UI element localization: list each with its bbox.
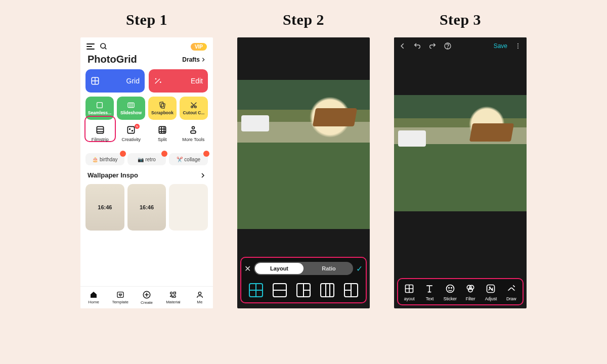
tool-label: Adjust: [485, 296, 497, 301]
svg-point-20: [132, 130, 133, 131]
grid-button-label: Grid: [126, 77, 140, 85]
tool-creativity[interactable]: N Creativity: [116, 125, 147, 142]
heart-icon: [116, 291, 124, 299]
svg-point-34: [174, 295, 176, 297]
step-title-1: Step 1: [126, 11, 167, 28]
tool-label: Draw: [506, 296, 516, 301]
help-icon[interactable]: [444, 42, 452, 50]
check-icon[interactable]: ✓: [356, 264, 363, 274]
seg-ratio[interactable]: Ratio: [305, 262, 353, 275]
drafts-link[interactable]: Drafts: [182, 56, 206, 63]
layout-horizontal-icon[interactable]: [273, 283, 287, 297]
editing-canvas[interactable]: [237, 80, 370, 229]
layout-2x2-icon[interactable]: [249, 283, 263, 297]
svg-point-37: [448, 48, 448, 49]
layout-icon: [404, 284, 414, 294]
layout-mixed1-icon[interactable]: [296, 283, 311, 297]
home-icon: [90, 291, 98, 299]
seamless-icon: [96, 101, 104, 109]
tab-material[interactable]: Material: [160, 287, 186, 308]
layout-mixed2-icon[interactable]: [344, 283, 358, 297]
grid-button[interactable]: Grid: [85, 69, 145, 93]
draw-icon: [506, 284, 516, 294]
cutout-icon: [190, 101, 198, 109]
user-icon: [196, 291, 204, 299]
tool-slideshow[interactable]: Slideshow: [117, 97, 145, 120]
photo-detail: [398, 130, 426, 147]
tool-scrapbook[interactable]: Scrapbook: [148, 97, 177, 120]
text-icon: [424, 284, 435, 294]
svg-rect-7: [97, 103, 103, 108]
svg-point-40: [517, 48, 518, 49]
plus-icon: [142, 290, 151, 299]
tool-label: Filmstrip: [92, 137, 109, 142]
wallpaper-card[interactable]: 16:46: [85, 184, 124, 231]
svg-point-47: [446, 285, 454, 293]
menu-icon[interactable]: [86, 43, 95, 50]
edit-button[interactable]: Edit: [149, 69, 208, 93]
split-icon: [157, 125, 167, 135]
tool-filmstrip[interactable]: Filmstrip: [84, 125, 116, 142]
tool-label: Text: [426, 296, 434, 301]
photo-detail: [469, 123, 514, 142]
tab-label: Home: [89, 300, 99, 304]
tab-label: Material: [166, 300, 180, 304]
tool-label: Slideshow: [120, 110, 142, 115]
svg-point-49: [451, 288, 452, 289]
material-icon: [169, 291, 177, 299]
save-button[interactable]: Save: [494, 42, 507, 50]
chip-label: retro: [145, 157, 156, 162]
svg-point-52: [468, 288, 472, 292]
layout-3col-icon[interactable]: [320, 283, 334, 297]
wallpaper-time: 16:46: [140, 204, 154, 210]
svg-rect-18: [128, 126, 135, 133]
seg-layout[interactable]: Layout: [255, 263, 304, 274]
redo-icon[interactable]: [428, 42, 437, 50]
wallpaper-card[interactable]: 16:46: [127, 184, 166, 231]
magic-wand-icon: [154, 77, 162, 85]
tool-seamless[interactable]: Seamless...: [85, 97, 114, 120]
phone-step-3: Save ayout Text St: [394, 37, 527, 308]
spacer: [394, 55, 527, 95]
search-icon[interactable]: [100, 42, 108, 51]
tool-text[interactable]: Text: [419, 283, 440, 301]
svg-point-6: [160, 82, 161, 82]
undo-icon[interactable]: [413, 42, 421, 50]
chevron-right-icon[interactable]: [200, 172, 206, 178]
back-icon[interactable]: [399, 42, 406, 50]
photo-detail: [313, 108, 357, 126]
tab-me[interactable]: Me: [187, 287, 213, 308]
tool-adjust[interactable]: Adjust: [481, 283, 501, 301]
tool-sticker[interactable]: Sticker: [440, 283, 460, 301]
sticker-icon: [445, 284, 455, 294]
tool-split[interactable]: Split: [147, 125, 178, 142]
chip-collage[interactable]: ✂️collage: [169, 153, 208, 165]
more-vertical-icon[interactable]: [514, 42, 522, 50]
segmented-control[interactable]: Layout Ratio: [254, 262, 353, 275]
chip-label: birthday: [100, 157, 118, 162]
section-title: Wallpaper Inspo: [88, 171, 138, 179]
chip-birthday[interactable]: 🎂birthday: [85, 153, 124, 165]
adjust-icon: [486, 284, 496, 294]
tool-label: Split: [158, 137, 167, 142]
tool-filter[interactable]: Filter: [460, 283, 481, 301]
tool-more[interactable]: More Tools: [178, 125, 209, 142]
filmstrip-icon: [95, 125, 105, 135]
svg-point-32: [170, 292, 172, 294]
svg-rect-15: [97, 126, 103, 133]
tool-draw[interactable]: Draw: [501, 283, 522, 301]
editing-canvas[interactable]: [394, 95, 527, 211]
close-icon[interactable]: ✕: [244, 264, 251, 274]
step-title-3: Step 3: [440, 11, 481, 28]
spacer: [237, 37, 370, 80]
tab-template[interactable]: Template: [107, 287, 133, 308]
tool-label: Cutout C...: [183, 110, 205, 115]
tool-cutout[interactable]: Cutout C...: [180, 97, 208, 120]
vip-badge[interactable]: VIP: [191, 43, 207, 51]
phone-step-1: VIP PhotoGrid Drafts Grid Edit: [80, 37, 213, 308]
tool-layout[interactable]: ayout: [399, 283, 419, 301]
wallpaper-card[interactable]: [169, 184, 208, 231]
tab-home[interactable]: Home: [80, 287, 107, 308]
tab-create[interactable]: Create: [134, 287, 160, 308]
chip-retro[interactable]: 📷retro: [127, 153, 166, 165]
